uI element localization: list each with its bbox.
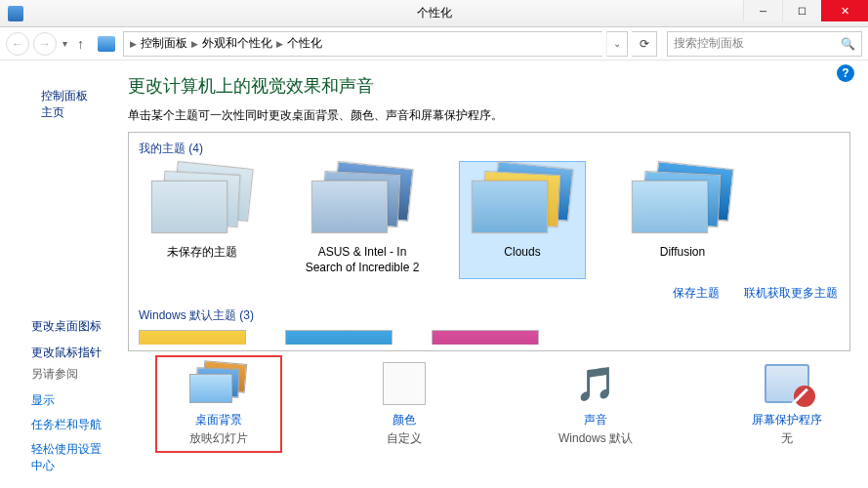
window-title: 个性化 bbox=[417, 5, 452, 21]
search-icon: 🔍 bbox=[841, 37, 855, 51]
theme-name: Clouds bbox=[463, 245, 582, 274]
more-themes-link[interactable]: 联机获取更多主题 bbox=[744, 286, 838, 300]
theme-item-diffusion[interactable]: Diffusion bbox=[619, 161, 746, 279]
main-content: ? 更改计算机上的视觉效果和声音 单击某个主题可一次性同时更改桌面背景、颜色、声… bbox=[118, 61, 868, 488]
titlebar: 个性化 bbox=[0, 0, 868, 27]
sound-icon: 🎵 bbox=[565, 361, 626, 406]
see-also-display[interactable]: 显示 bbox=[31, 388, 108, 413]
theme-actions: 保存主题 联机获取更多主题 bbox=[139, 285, 838, 302]
breadcrumb[interactable]: ▶ 控制面板 ▶ 外观和个性化 ▶ 个性化 bbox=[123, 31, 602, 57]
color-icon bbox=[374, 361, 434, 406]
setting-name: 颜色 bbox=[341, 412, 468, 428]
theme-name: 未保存的主题 bbox=[143, 245, 262, 274]
sidebar-link-home[interactable]: 控制面板主页 bbox=[31, 74, 108, 313]
search-placeholder: 搜索控制面板 bbox=[674, 35, 744, 52]
setting-value: 放映幻灯片 bbox=[161, 430, 276, 447]
help-icon[interactable]: ? bbox=[837, 64, 854, 82]
save-theme-link[interactable]: 保存主题 bbox=[673, 286, 720, 300]
page-description: 单击某个主题可一次性同时更改桌面背景、颜色、声音和屏幕保护程序。 bbox=[128, 107, 850, 124]
theme-thumb bbox=[151, 165, 253, 239]
theme-thumb bbox=[311, 165, 413, 239]
breadcrumb-dropdown[interactable]: ⌄ bbox=[606, 31, 628, 57]
chevron-right-icon: ▶ bbox=[130, 39, 137, 49]
theme-name: Diffusion bbox=[623, 245, 742, 274]
see-also-taskbar[interactable]: 任务栏和导航 bbox=[31, 413, 108, 437]
close-button[interactable] bbox=[821, 0, 868, 21]
setting-value: 无 bbox=[723, 430, 850, 447]
chevron-right-icon: ▶ bbox=[191, 39, 198, 49]
setting-value: Windows 默认 bbox=[532, 430, 659, 447]
crumb[interactable]: 控制面板 bbox=[141, 35, 187, 52]
forward-button[interactable]: → bbox=[33, 32, 57, 56]
sidebar-link-icons[interactable]: 更改桌面图标 bbox=[31, 313, 108, 340]
setting-name: 屏幕保护程序 bbox=[723, 412, 850, 428]
setting-value: 自定义 bbox=[341, 430, 468, 447]
theme-name: ASUS & Intel - In Search of Incredible 2 bbox=[303, 245, 422, 275]
background-icon bbox=[188, 361, 249, 406]
see-also-label: 另请参阅 bbox=[31, 366, 108, 383]
navbar: ← → ▾ ↑ ▶ 控制面板 ▶ 外观和个性化 ▶ 个性化 ⌄ ⟳ 搜索控制面板… bbox=[0, 27, 868, 61]
screensaver-icon bbox=[757, 361, 817, 406]
theme-peek[interactable] bbox=[139, 330, 246, 345]
location-icon bbox=[98, 36, 115, 52]
chevron-right-icon: ▶ bbox=[276, 39, 283, 49]
themes-panel: 我的主题 (4) 未保存的主题 ASUS & Intel - In Search… bbox=[128, 132, 850, 351]
theme-thumb bbox=[632, 165, 733, 239]
back-button[interactable]: ← bbox=[6, 32, 29, 56]
setting-name: 声音 bbox=[532, 412, 659, 428]
group-windows-themes: Windows 默认主题 (3) bbox=[139, 307, 840, 324]
crumb[interactable]: 外观和个性化 bbox=[202, 35, 272, 52]
sidebar-link-cursor[interactable]: 更改鼠标指针 bbox=[31, 340, 108, 366]
setting-color[interactable]: 颜色 自定义 bbox=[341, 361, 468, 447]
setting-screensaver[interactable]: 屏幕保护程序 无 bbox=[723, 361, 850, 447]
theme-item-asus[interactable]: ASUS & Intel - In Search of Incredible 2 bbox=[299, 161, 426, 279]
group-my-themes: 我的主题 (4) bbox=[139, 141, 840, 157]
up-button[interactable]: ↑ bbox=[73, 36, 88, 52]
window-controls bbox=[743, 0, 868, 21]
refresh-button[interactable]: ⟳ bbox=[632, 31, 657, 57]
see-also-ease[interactable]: 轻松使用设置中心 bbox=[31, 437, 108, 478]
minimize-button[interactable] bbox=[743, 0, 782, 21]
windows-themes-peek bbox=[139, 330, 840, 345]
theme-item-unsaved[interactable]: 未保存的主题 bbox=[139, 161, 266, 279]
crumb[interactable]: 个性化 bbox=[287, 35, 322, 52]
theme-row: 未保存的主题 ASUS & Intel - In Search of Incre… bbox=[139, 161, 840, 279]
theme-item-clouds[interactable]: Clouds bbox=[459, 161, 586, 279]
theme-peek[interactable] bbox=[285, 330, 393, 345]
page-heading: 更改计算机上的视觉效果和声音 bbox=[128, 74, 850, 98]
sidebar: 控制面板主页 更改桌面图标 更改鼠标指针 另请参阅 显示 任务栏和导航 轻松使用… bbox=[0, 61, 118, 488]
history-dropdown[interactable]: ▾ bbox=[61, 38, 69, 49]
see-also: 另请参阅 显示 任务栏和导航 轻松使用设置中心 bbox=[31, 366, 108, 478]
search-input[interactable]: 搜索控制面板 🔍 bbox=[667, 31, 862, 57]
maximize-button[interactable] bbox=[782, 0, 821, 21]
settings-row: 桌面背景 放映幻灯片 颜色 自定义 🎵 声音 Windows 默认 屏幕保护程序… bbox=[128, 351, 850, 447]
theme-thumb bbox=[472, 165, 573, 239]
theme-peek[interactable] bbox=[432, 330, 539, 345]
setting-name: 桌面背景 bbox=[161, 412, 276, 428]
app-icon bbox=[8, 6, 23, 21]
setting-background[interactable]: 桌面背景 放映幻灯片 bbox=[155, 355, 282, 453]
setting-sound[interactable]: 🎵 声音 Windows 默认 bbox=[532, 361, 659, 447]
